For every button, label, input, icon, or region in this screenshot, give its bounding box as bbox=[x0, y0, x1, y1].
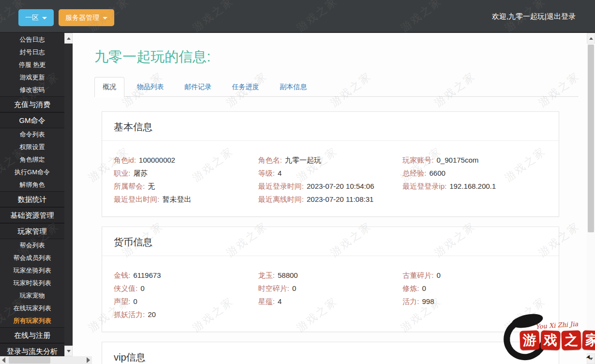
scroll-up-button[interactable] bbox=[64, 33, 73, 44]
panel-column: 角色名:九零一起玩 等级:4 最近登录时间:2023-07-20 10:54:0… bbox=[258, 153, 402, 206]
server-manage-dropdown-button[interactable]: 服务器管理 bbox=[59, 9, 114, 26]
sidebar-item-online-players[interactable]: 在线玩家列表 bbox=[0, 302, 64, 315]
sidebar-item-shutdown-hotfix[interactable]: 停服 热更 bbox=[0, 59, 64, 71]
arrow-down-icon bbox=[67, 350, 71, 352]
field-vitality: 活力:998 bbox=[403, 295, 547, 308]
chevron-down-icon bbox=[103, 17, 107, 19]
panel-title: vip信息 bbox=[102, 342, 559, 364]
panel-column: 龙玉:58800 时空碎片:0 星蕴:4 bbox=[258, 269, 402, 321]
sidebar-scrollbar[interactable] bbox=[64, 33, 73, 356]
tab-mail-log[interactable]: 邮件记录 bbox=[176, 77, 220, 97]
field-antique-shard: 古董碎片:0 bbox=[403, 269, 547, 282]
panel-body: 金钱:6119673 侠义值:0 声望:0 抓妖活力:20 龙玉:58800 时… bbox=[102, 256, 559, 332]
tab-quest[interactable]: 任务进度 bbox=[224, 77, 267, 97]
field-role-id: 角色id:100000002 bbox=[114, 153, 258, 167]
sidebar-section-online-reg[interactable]: 在线与注册 bbox=[0, 327, 64, 343]
field-cultivation: 修炼:0 bbox=[403, 282, 547, 295]
field-account: 玩家账号:0_90175com bbox=[403, 153, 547, 167]
field-chivalry: 侠义值:0 bbox=[114, 282, 258, 295]
panel-column: 角色id:100000002 职业:屠苏 所属帮会:无 最近登出时间:暂未登出 bbox=[114, 153, 258, 206]
sidebar-section-player-mgmt[interactable]: 玩家管理 bbox=[0, 223, 64, 239]
field-last-offline-time: 最近离线时间:2023-07-20 11:08:31 bbox=[258, 193, 402, 206]
field-guild: 所属帮会:无 bbox=[114, 180, 258, 193]
sidebar-item-announce-log[interactable]: 公告日志 bbox=[0, 33, 64, 46]
field-class: 职业:屠苏 bbox=[114, 167, 258, 180]
sidebar-item-exec-gm[interactable]: 执行GM命令 bbox=[0, 166, 64, 179]
field-reputation: 声望:0 bbox=[114, 295, 258, 308]
seal-char: 游 bbox=[519, 330, 539, 350]
server-manage-label: 服务器管理 bbox=[65, 14, 99, 21]
sidebar-item-permission[interactable]: 权限设置 bbox=[0, 141, 64, 153]
sidebar-section-recharge[interactable]: 充值与消费 bbox=[0, 96, 64, 112]
arrow-right-icon[interactable] bbox=[87, 357, 90, 363]
sidebar-item-all-players[interactable]: 所有玩家列表 bbox=[0, 315, 64, 327]
field-demon-energy: 抓妖活力:20 bbox=[114, 308, 258, 321]
horizontal-scroll-thumb[interactable] bbox=[9, 357, 50, 364]
chevron-down-icon bbox=[42, 17, 47, 19]
seal-char: 之 bbox=[561, 330, 581, 350]
field-level: 等级:4 bbox=[258, 167, 402, 180]
tab-item-list[interactable]: 物品列表 bbox=[128, 77, 172, 97]
tab-overview[interactable]: 概况 bbox=[94, 77, 124, 97]
topbar-user-area: 欢迎,九零一起玩|退出登录 bbox=[492, 0, 576, 33]
zone-dropdown-button[interactable]: 一区 bbox=[18, 9, 54, 26]
logo-seals: 游 戏 之 家 bbox=[520, 331, 595, 350]
sidebar-item-role-bind[interactable]: 角色绑定 bbox=[0, 153, 64, 166]
yxzj-logo: You Xi Zhi Jia 游 戏 之 家 bbox=[503, 315, 595, 363]
arrow-up-icon bbox=[589, 37, 593, 40]
sidebar-item-command-list[interactable]: 命令列表 bbox=[0, 128, 64, 141]
vip-info-panel: vip信息 bbox=[102, 342, 559, 364]
page-title: 九零一起玩的信息: bbox=[94, 47, 595, 67]
seal-char: 戏 bbox=[540, 330, 560, 350]
field-last-logout: 最近登出时间:暂未登出 bbox=[114, 193, 258, 206]
sidebar: 公告日志 封号日志 停服 热更 游戏更新 修改密码 充值与消费 GM命令 命令列… bbox=[0, 33, 64, 364]
scroll-up-button[interactable] bbox=[587, 33, 595, 44]
sidebar-item-unbind-role[interactable]: 解绑角色 bbox=[0, 179, 64, 191]
sidebar-section-resource[interactable]: 基础资源管理 bbox=[0, 207, 64, 223]
field-last-login-time: 最近登录时间:2023-07-20 10:54:06 bbox=[258, 180, 402, 193]
tab-bar: 概况 物品列表 邮件记录 任务进度 副本信息 bbox=[94, 76, 579, 97]
horizontal-scrollbar[interactable] bbox=[0, 356, 92, 364]
panel-column: 金钱:6119673 侠义值:0 声望:0 抓妖活力:20 bbox=[114, 269, 258, 321]
sidebar-section-gm-command[interactable]: GM命令 bbox=[0, 112, 64, 128]
topbar: 一区 服务器管理 欢迎,九零一起玩|退出登录 bbox=[0, 0, 595, 33]
panel-column: 玩家账号:0_90175com 总经验:6600 最近登登录ip:192.168… bbox=[403, 153, 547, 206]
sidebar-item-game-update[interactable]: 游戏更新 bbox=[0, 71, 64, 84]
arrow-up-icon bbox=[67, 37, 71, 40]
sidebar-item-mount-list[interactable]: 玩家坐骑列表 bbox=[0, 264, 64, 277]
panel-title: 基本信息 bbox=[102, 112, 559, 141]
sidebar-section-data-stats[interactable]: 数据统计 bbox=[0, 191, 64, 207]
seal-char: 家 bbox=[582, 330, 595, 350]
vertical-scroll-thumb[interactable] bbox=[588, 45, 594, 232]
sidebar-item-pet-list[interactable]: 玩家宠物 bbox=[0, 289, 64, 302]
arrow-left-icon[interactable] bbox=[2, 357, 5, 363]
field-star-essence: 星蕴:4 bbox=[258, 295, 402, 308]
logo-script-text: You Xi Zhi Jia bbox=[535, 318, 595, 330]
logout-link[interactable]: 退出登录 bbox=[547, 12, 576, 20]
field-dragon-jade: 龙玉:58800 bbox=[258, 269, 402, 282]
welcome-text: 欢迎,九零一起玩 bbox=[492, 12, 545, 20]
sidebar-item-guild-list[interactable]: 帮会列表 bbox=[0, 239, 64, 252]
basic-info-panel: 基本信息 角色id:100000002 职业:屠苏 所属帮会:无 最近登出时间:… bbox=[102, 111, 559, 217]
panel-column: 古董碎片:0 修炼:0 活力:998 bbox=[403, 269, 547, 321]
sidebar-item-fashion-list[interactable]: 玩家时装列表 bbox=[0, 277, 64, 289]
tab-dungeon[interactable]: 副本信息 bbox=[272, 77, 315, 97]
currency-info-panel: 货币信息 金钱:6119673 侠义值:0 声望:0 抓妖活力:20 龙玉:58… bbox=[102, 227, 559, 332]
panel-body: 角色id:100000002 职业:屠苏 所属帮会:无 最近登出时间:暂未登出 … bbox=[102, 141, 559, 216]
field-money: 金钱:6119673 bbox=[114, 269, 258, 282]
field-last-login-ip: 最近登登录ip:192.168.200.1 bbox=[403, 180, 547, 193]
sidebar-item-guild-members[interactable]: 帮会成员列表 bbox=[0, 252, 64, 264]
field-time-shard: 时空碎片:0 bbox=[258, 282, 402, 295]
admin-screen: 一区 服务器管理 欢迎,九零一起玩|退出登录 公告日志 封号日志 停服 热更 游… bbox=[0, 0, 595, 364]
zone-dropdown-label: 一区 bbox=[25, 14, 39, 21]
sidebar-item-ban-log[interactable]: 封号日志 bbox=[0, 46, 64, 59]
panel-title: 货币信息 bbox=[102, 227, 559, 256]
field-total-exp: 总经验:6600 bbox=[403, 167, 547, 180]
field-role-name: 角色名:九零一起玩 bbox=[258, 153, 402, 167]
sidebar-item-change-password[interactable]: 修改密码 bbox=[0, 84, 64, 96]
scroll-down-button[interactable] bbox=[64, 346, 73, 356]
